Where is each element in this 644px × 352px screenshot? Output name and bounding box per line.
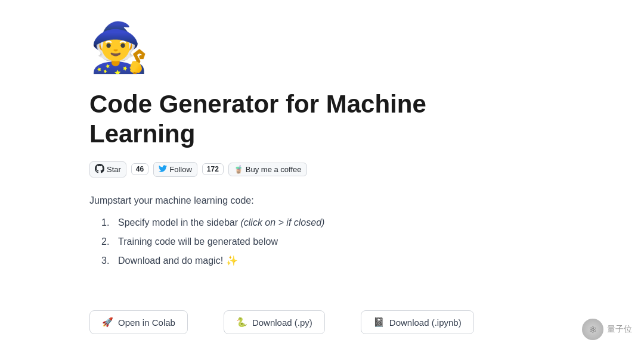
coffee-icon: 🧋	[234, 165, 243, 174]
star-count: 46	[131, 163, 148, 175]
step-1-italic: (click on > if closed)	[240, 217, 324, 228]
twitter-icon	[159, 164, 167, 175]
star-label: Star	[107, 165, 121, 174]
download-ipynb-button[interactable]: 📓 Download (.ipynb)	[361, 310, 474, 334]
download-py-button[interactable]: 🐍 Download (.py)	[224, 310, 325, 334]
notebook-icon: 📓	[373, 317, 385, 328]
step-2: Training code will be generated below	[101, 235, 465, 249]
watermark: ⚛ 量子位	[582, 319, 632, 340]
colab-label: Open in Colab	[118, 317, 175, 328]
open-colab-button[interactable]: 🚀 Open in Colab	[89, 310, 188, 334]
watermark-text: 量子位	[607, 324, 632, 335]
step-1-text: Specify model in the sidebar (click on >…	[118, 216, 324, 230]
download-py-label: Download (.py)	[252, 317, 312, 328]
step-2-text: Training code will be generated below	[118, 235, 278, 249]
python-icon: 🐍	[236, 317, 247, 328]
main-content: 🧙 Code Generator for Machine Learning St…	[0, 0, 537, 297]
twitter-follow-badge[interactable]: Follow	[153, 162, 197, 177]
watermark-logo: ⚛	[582, 319, 603, 340]
page-title: Code Generator for Machine Learning	[89, 89, 465, 149]
step-3: Download and do magic! ✨	[101, 254, 465, 268]
follow-label: Follow	[169, 165, 192, 174]
github-star-badge[interactable]: Star	[89, 161, 126, 177]
step-1: Specify model in the sidebar (click on >…	[101, 216, 465, 230]
coffee-label: Buy me a coffee	[246, 165, 302, 174]
badge-row: Star 46 Follow 172 🧋 Buy me a coffee	[89, 161, 465, 177]
download-ipynb-label: Download (.ipynb)	[389, 317, 462, 328]
colab-icon: 🚀	[102, 317, 113, 328]
coffee-badge[interactable]: 🧋 Buy me a coffee	[228, 163, 307, 176]
github-icon	[95, 164, 104, 175]
step-3-text: Download and do magic! ✨	[118, 254, 238, 268]
wizard-emoji: 🧙	[89, 24, 465, 71]
follow-count: 172	[202, 163, 224, 175]
steps-list: Specify model in the sidebar (click on >…	[101, 216, 465, 268]
bottom-buttons: 🚀 Open in Colab 🐍 Download (.py) 📓 Downl…	[89, 310, 474, 334]
description-text: Jumpstart your machine learning code:	[89, 195, 465, 206]
